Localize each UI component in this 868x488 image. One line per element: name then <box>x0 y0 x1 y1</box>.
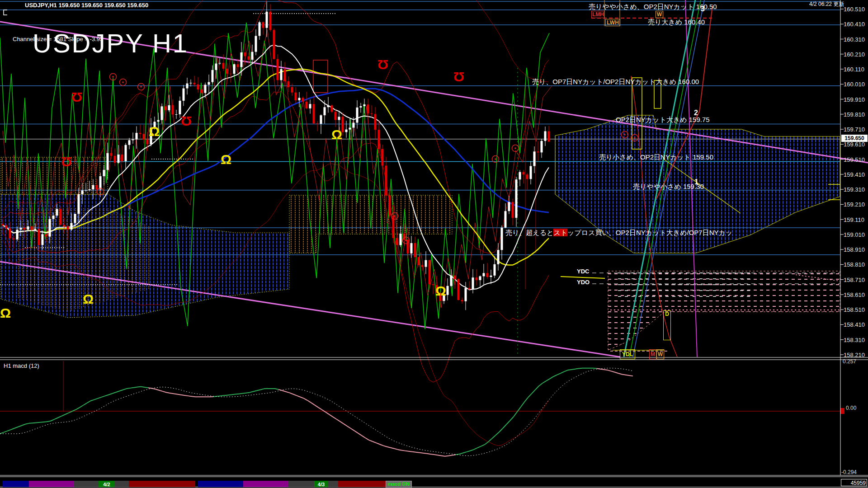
macd-panel <box>0 361 844 456</box>
period-box-label: D <box>663 310 671 340</box>
price-axis-label: 160.310 <box>844 36 865 43</box>
macd-signal-line <box>0 368 633 456</box>
price-axis-label: 158.910 <box>844 246 865 253</box>
signal-dot <box>140 86 142 88</box>
date-label: 4/2 <box>99 482 115 487</box>
trading-terminal: ΩΩΩΩΩΩΩΩΩΩΩ USDJPY,H1 159.650 159.650 15… <box>0 0 868 488</box>
period-box-label: W <box>656 349 664 359</box>
sell-arrow-icon: Ω <box>71 90 82 105</box>
timeline-bar[interactable] <box>3 481 402 487</box>
timeline-segment <box>288 481 314 487</box>
buy-arrow-icon: Ω <box>83 291 94 306</box>
timeline-segment <box>243 481 288 487</box>
timeline-segment <box>29 481 74 487</box>
macd-zero-value: 0.00 <box>846 405 856 411</box>
tick-counter: 45959 <box>841 479 867 486</box>
annotation-text: 売りやや小さめ 159.30 <box>633 183 704 190</box>
price-axis-label: 159.610 <box>844 141 865 148</box>
annotation-text: 売り大きめ 160.40 <box>648 18 705 26</box>
signal-dot <box>634 137 636 139</box>
sell-arrow-icon: Ω <box>61 155 72 169</box>
annotation-text: 売り、超えると <box>505 229 553 236</box>
sell-arrow-icon: Ω <box>181 114 192 129</box>
signal-dot <box>514 147 516 149</box>
price-annotation: 売りやや小さめ、OP2日NYカット 160.50 <box>589 3 717 11</box>
fan-number-label: 2 <box>694 109 698 117</box>
buy-arrow-icon: Ω <box>435 283 446 298</box>
price-axis-label: 159.710 <box>844 126 865 133</box>
buy-arrow-icon: Ω <box>0 305 11 320</box>
update-time: 4/2 06:22 更新 <box>809 0 844 8</box>
period-box-label: M <box>649 349 656 359</box>
price-axis-label: 159.110 <box>844 216 864 223</box>
price-axis-label: 160.210 <box>844 51 865 58</box>
fan-number-label: 3 <box>701 5 705 13</box>
annotation-highlight: スト <box>553 229 567 236</box>
price-axis-label: 158.410 <box>844 321 865 328</box>
buy-arrow-icon: Ω <box>331 127 342 142</box>
chart-canvas: ΩΩΩΩΩΩΩΩΩΩΩ <box>0 0 868 488</box>
ydo-label: YDO <box>577 279 590 286</box>
price-annotation: 売りやや小さめ 159.30 <box>633 183 704 191</box>
signal-dot <box>394 215 396 217</box>
price-axis-label: 159.010 <box>844 231 865 238</box>
period-box-label: YDL <box>620 349 635 359</box>
price-axis-label: 160.010 <box>844 81 865 88</box>
price-axis-label: 159.810 <box>844 111 865 118</box>
annotation-text: ップロス買い、OP2日NYカット大きめ/OP7日NYカッ <box>567 229 732 236</box>
price-annotation: 売り、超えるとストップロス買い、OP2日NYカット大きめ/OP7日NYカッ <box>505 229 732 237</box>
price-axis-label: 160.110 <box>844 66 864 73</box>
annotation-text: 売り、OP7日NYカット/OP2日NYカット大きめ 160.00 <box>532 78 699 85</box>
macd-max-value: 0.257 <box>843 358 856 365</box>
price-axis-label: 159.410 <box>844 171 865 178</box>
buy-arrow-icon: Ω <box>221 152 231 167</box>
timeline-segment <box>328 481 338 487</box>
symbol-info: USDJPY,H1 159.650 159.650 159.650 159.65… <box>25 2 148 9</box>
period-box-label: LMH <box>591 11 605 18</box>
timeline-segment <box>3 481 29 487</box>
signal-dot <box>405 239 407 241</box>
macd-min-value: -0.294 <box>841 469 857 475</box>
annotation-text: 売りやや小さめ、OP2日NYカット 160.50 <box>589 3 717 10</box>
signal-dot <box>112 76 114 78</box>
price-axis-label: 158.310 <box>844 337 865 343</box>
period-box-label: LWH <box>605 19 620 26</box>
price-axis-label: 159.910 <box>844 96 865 103</box>
price-annotation: 売り小さめ、OP2日NYカット 159.50 <box>599 153 713 162</box>
price-annotation: 売り、OP7日NYカット/OP2日NYカット大きめ 160.00 <box>532 78 699 86</box>
price-axis-label: 158.210 <box>844 352 865 358</box>
signal-dot <box>122 81 124 83</box>
timeline-segment <box>129 481 195 487</box>
sell-arrow-icon: Ω <box>453 70 464 84</box>
signal-dot <box>495 158 496 160</box>
price-axis-label: 158.810 <box>844 261 865 268</box>
red-box <box>313 60 328 93</box>
trend-line <box>561 277 605 278</box>
signal-dot <box>624 134 626 136</box>
date-label: 4/3 <box>314 482 328 487</box>
price-axis-label: 159.210 <box>844 201 865 208</box>
annotation-text: 売り小さめ、OP2日NYカット 159.50 <box>599 153 713 161</box>
buy-arrow-icon: Ω <box>149 124 160 139</box>
sell-arrow-icon: Ω <box>377 57 388 72</box>
timeline-segment <box>115 481 129 487</box>
price-axis-label: 158.510 <box>844 306 865 313</box>
macd-toggle-button[interactable]: macd ON <box>386 481 412 488</box>
macd-label: H1 macd (12) <box>4 362 39 369</box>
timeline-segment <box>198 481 243 487</box>
price-annotation: 売り大きめ 160.40 <box>648 18 705 27</box>
price-axis-label: 160.410 <box>844 21 865 28</box>
watermark: USDJPY H1 <box>33 28 189 58</box>
price-axis-label: 159.310 <box>844 186 865 193</box>
price-axis-label: 158.710 <box>844 277 865 283</box>
price-axis-label: 159.510 <box>844 156 865 163</box>
signal-dot <box>99 191 101 192</box>
period-box-label: W <box>656 11 663 18</box>
timeline-segment <box>74 481 99 487</box>
ydc-label: YDC <box>577 268 589 275</box>
fan-number-label: 1 <box>694 178 698 186</box>
macd-zero-marker <box>840 408 844 414</box>
price-axis-label: 160.510 <box>844 6 865 13</box>
white-dash-region <box>615 267 750 297</box>
shift-marker <box>4 10 7 15</box>
